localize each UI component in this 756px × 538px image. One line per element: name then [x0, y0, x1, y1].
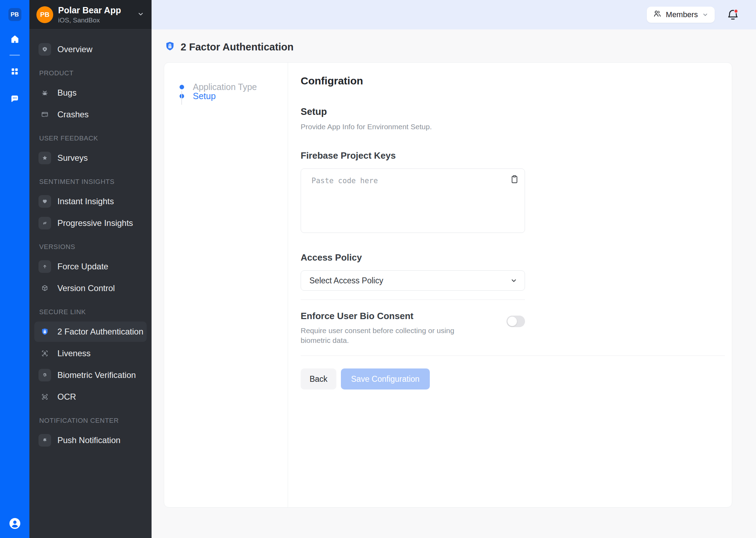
firebase-keys-field [301, 168, 525, 233]
bio-consent-subtitle: Require user consent before collecting o… [301, 326, 460, 345]
chevron-down-icon [510, 277, 518, 284]
access-policy-label: Access Policy [301, 252, 732, 263]
shield-lock-icon [164, 41, 175, 54]
step-setup[interactable]: Setup [180, 91, 288, 101]
divider [301, 299, 525, 300]
bio-consent-title: Enforce User Bio Consent [301, 311, 460, 322]
step-connector [181, 91, 182, 105]
nav-section-label: SENTIMENT INSIGHTS [39, 178, 147, 186]
members-dropdown[interactable]: Members [647, 7, 715, 23]
members-label: Members [666, 10, 698, 19]
nav-section-label: USER FEEDBACK [39, 134, 147, 142]
user-avatar-icon[interactable] [9, 518, 21, 530]
workspace-badge[interactable]: PB [8, 8, 21, 21]
shield-lock-icon [38, 325, 51, 338]
progressive-insights-icon [38, 217, 51, 229]
sidebar-item-crashes[interactable]: Crashes [34, 104, 147, 125]
save-configuration-button[interactable]: Save Configuration [341, 368, 430, 389]
divider [301, 356, 725, 356]
toggle-knob [507, 317, 517, 326]
bio-consent-toggle[interactable] [506, 316, 525, 327]
chevron-down-icon [702, 11, 709, 18]
chat-icon[interactable] [9, 94, 20, 104]
configuration-content: Configration Setup Provide App Info for … [288, 63, 732, 507]
sidebar-item-push-notification[interactable]: Push Notification [34, 430, 147, 450]
step-application-type[interactable]: Application Type [180, 82, 288, 91]
sidebar-item-biometric-verification[interactable]: Biometric Verification [34, 365, 147, 385]
access-policy-select[interactable]: Select Access Policy [301, 270, 525, 291]
topbar: Members [152, 0, 756, 29]
sidebar-item-instant-insights[interactable]: Instant Insights [34, 191, 147, 212]
sidebar-item-liveness[interactable]: Liveness [34, 343, 147, 364]
force-update-icon [38, 260, 51, 273]
sidebar-item-version-control[interactable]: Version Control [34, 278, 147, 298]
firebase-keys-label: Firebase Project Keys [301, 150, 732, 161]
app-name: Polar Bear App [58, 5, 121, 15]
bugs-icon [38, 87, 51, 99]
sidebar-item-surveys[interactable]: Surveys [34, 148, 147, 168]
main-area: Members 2 Factor Authentication Applicat… [152, 0, 756, 538]
sidebar-item-progressive-insights[interactable]: Progressive Insights [34, 213, 147, 233]
chevron-down-icon [137, 10, 145, 19]
rail-divider [9, 55, 20, 56]
setup-heading: Setup [301, 106, 732, 117]
bio-consent-row: Enforce User Bio Consent Require user co… [301, 311, 525, 345]
app-environment: iOS, SandBox [58, 16, 121, 24]
configuration-heading: Configration [301, 75, 732, 87]
nav-section-label: NOTIFICATION CENTER [39, 417, 147, 425]
overview-icon [38, 43, 51, 56]
members-icon [653, 9, 662, 20]
sidebar-nav: Overview PRODUCT Bugs Crashes USER FEEDB… [29, 29, 152, 538]
sidebar: PB Polar Bear App iOS, SandBox Overview … [29, 0, 152, 538]
surveys-icon [38, 152, 51, 164]
dashboard-grid-icon[interactable] [9, 66, 20, 77]
setup-subtitle: Provide App Info for Environment Setup. [301, 123, 732, 131]
notifications-bell-icon[interactable] [726, 8, 740, 22]
push-notification-icon [38, 434, 51, 447]
version-control-icon [38, 282, 51, 295]
stepper: Application Type Setup [164, 63, 288, 507]
biometric-icon [38, 369, 51, 381]
sidebar-item-overview[interactable]: Overview [34, 39, 147, 60]
sidebar-item-force-update[interactable]: Force Update [34, 256, 147, 277]
form-actions: Back Save Configuration [301, 368, 732, 389]
clipboard-icon[interactable] [509, 174, 520, 185]
nav-section-label: PRODUCT [39, 69, 147, 77]
sidebar-item-bugs[interactable]: Bugs [34, 83, 147, 103]
page-title: 2 Factor Authentication [181, 41, 294, 53]
liveness-icon [38, 347, 51, 360]
access-policy-value: Select Access Policy [309, 276, 383, 285]
configuration-card: Application Type Setup Configration Setu… [164, 62, 732, 508]
page-header: 2 Factor Authentication [152, 29, 756, 54]
back-button[interactable]: Back [301, 368, 336, 389]
crashes-icon [38, 108, 51, 121]
sidebar-item-ocr[interactable]: OCR [34, 387, 147, 407]
step-dot [180, 85, 184, 89]
home-icon[interactable] [9, 34, 20, 44]
nav-section-label: SECURE LINK [39, 308, 147, 316]
ocr-icon [38, 391, 51, 403]
nav-section-label: VERSIONS [39, 243, 147, 251]
sidebar-item-2-factor-authentication[interactable]: 2 Factor Authentication [34, 322, 147, 342]
app-avatar: PB [36, 6, 53, 23]
instant-insights-icon [38, 195, 51, 208]
icon-rail: PB [0, 0, 29, 538]
firebase-keys-input[interactable] [301, 169, 525, 233]
app-switcher[interactable]: PB Polar Bear App iOS, SandBox [29, 0, 152, 29]
